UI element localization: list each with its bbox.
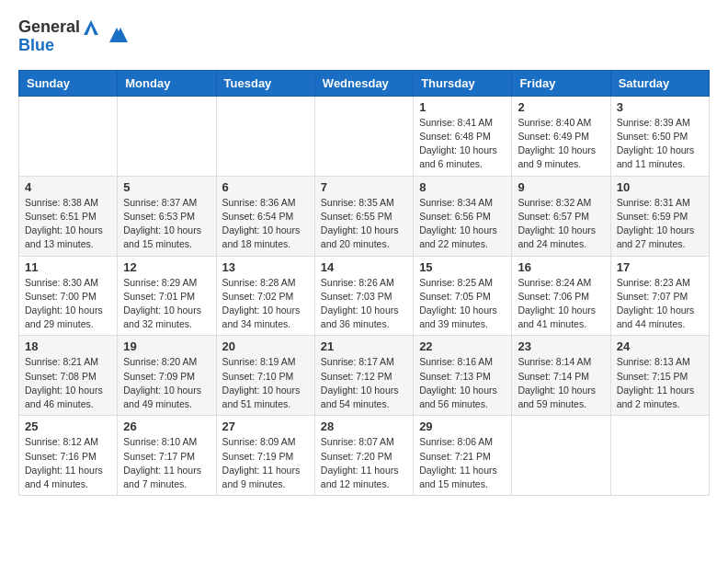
day-info: Sunrise: 8:19 AM Sunset: 7:10 PM Dayligh… — [222, 355, 309, 411]
day-number: 9 — [518, 180, 604, 194]
svg-marker-0 — [84, 20, 98, 35]
day-info: Sunrise: 8:30 AM Sunset: 7:00 PM Dayligh… — [25, 276, 111, 332]
day-number: 6 — [222, 180, 309, 194]
day-number: 5 — [123, 180, 210, 194]
day-cell: 14Sunrise: 8:26 AM Sunset: 7:03 PM Dayli… — [314, 256, 413, 336]
day-number: 26 — [123, 419, 210, 433]
weekday-header-friday: Friday — [512, 70, 610, 96]
day-info: Sunrise: 8:14 AM Sunset: 7:14 PM Dayligh… — [518, 355, 604, 411]
day-cell: 25Sunrise: 8:12 AM Sunset: 7:16 PM Dayli… — [19, 416, 118, 496]
logo-icon — [106, 24, 128, 46]
day-cell: 1Sunrise: 8:41 AM Sunset: 6:48 PM Daylig… — [414, 96, 512, 176]
day-info: Sunrise: 8:41 AM Sunset: 6:48 PM Dayligh… — [419, 116, 506, 172]
day-info: Sunrise: 8:20 AM Sunset: 7:09 PM Dayligh… — [123, 355, 210, 411]
weekday-header-tuesday: Tuesday — [216, 70, 314, 96]
day-info: Sunrise: 8:35 AM Sunset: 6:55 PM Dayligh… — [321, 196, 407, 252]
weekday-header-saturday: Saturday — [610, 70, 709, 96]
day-cell: 28Sunrise: 8:07 AM Sunset: 7:20 PM Dayli… — [314, 416, 413, 496]
day-cell — [216, 96, 314, 176]
day-info: Sunrise: 8:26 AM Sunset: 7:03 PM Dayligh… — [321, 276, 407, 332]
day-info: Sunrise: 8:36 AM Sunset: 6:54 PM Dayligh… — [222, 196, 309, 252]
week-row-2: 4Sunrise: 8:38 AM Sunset: 6:51 PM Daylig… — [19, 176, 710, 256]
day-cell: 27Sunrise: 8:09 AM Sunset: 7:19 PM Dayli… — [216, 416, 314, 496]
weekday-header-row: SundayMondayTuesdayWednesdayThursdayFrid… — [19, 70, 710, 96]
logo-text: GeneralBlue — [18, 18, 102, 55]
day-info: Sunrise: 8:13 AM Sunset: 7:15 PM Dayligh… — [617, 355, 703, 411]
day-number: 10 — [617, 180, 703, 194]
day-number: 4 — [25, 180, 111, 194]
day-cell — [118, 96, 216, 176]
day-info: Sunrise: 8:39 AM Sunset: 6:50 PM Dayligh… — [617, 116, 703, 172]
weekday-header-monday: Monday — [118, 70, 216, 96]
day-number: 14 — [321, 260, 407, 274]
week-row-1: 1Sunrise: 8:41 AM Sunset: 6:48 PM Daylig… — [19, 96, 710, 176]
day-cell: 19Sunrise: 8:20 AM Sunset: 7:09 PM Dayli… — [118, 336, 216, 416]
day-cell: 26Sunrise: 8:10 AM Sunset: 7:17 PM Dayli… — [118, 416, 216, 496]
day-number: 20 — [222, 339, 309, 353]
day-cell: 16Sunrise: 8:24 AM Sunset: 7:06 PM Dayli… — [512, 256, 610, 336]
day-number: 3 — [617, 100, 703, 114]
day-number: 18 — [25, 339, 111, 353]
day-cell: 13Sunrise: 8:28 AM Sunset: 7:02 PM Dayli… — [216, 256, 314, 336]
day-number: 17 — [617, 260, 703, 274]
day-number: 29 — [419, 419, 506, 433]
day-number: 13 — [222, 260, 309, 274]
day-number: 2 — [518, 100, 604, 114]
day-number: 8 — [419, 180, 506, 194]
day-cell: 29Sunrise: 8:06 AM Sunset: 7:21 PM Dayli… — [414, 416, 512, 496]
weekday-header-thursday: Thursday — [414, 70, 512, 96]
day-info: Sunrise: 8:37 AM Sunset: 6:53 PM Dayligh… — [123, 196, 210, 252]
day-cell: 22Sunrise: 8:16 AM Sunset: 7:13 PM Dayli… — [414, 336, 512, 416]
day-cell — [314, 96, 413, 176]
day-info: Sunrise: 8:23 AM Sunset: 7:07 PM Dayligh… — [617, 276, 703, 332]
weekday-header-sunday: Sunday — [19, 70, 118, 96]
day-number: 24 — [617, 339, 703, 353]
day-cell: 21Sunrise: 8:17 AM Sunset: 7:12 PM Dayli… — [314, 336, 413, 416]
day-info: Sunrise: 8:32 AM Sunset: 6:57 PM Dayligh… — [518, 196, 604, 252]
day-cell: 17Sunrise: 8:23 AM Sunset: 7:07 PM Dayli… — [610, 256, 709, 336]
day-cell — [610, 416, 709, 496]
day-number: 16 — [518, 260, 604, 274]
day-cell: 4Sunrise: 8:38 AM Sunset: 6:51 PM Daylig… — [19, 176, 118, 256]
weekday-header-wednesday: Wednesday — [314, 70, 413, 96]
day-number: 12 — [123, 260, 210, 274]
day-number: 19 — [123, 339, 210, 353]
day-info: Sunrise: 8:34 AM Sunset: 6:56 PM Dayligh… — [419, 196, 506, 252]
day-cell: 9Sunrise: 8:32 AM Sunset: 6:57 PM Daylig… — [512, 176, 610, 256]
day-info: Sunrise: 8:17 AM Sunset: 7:12 PM Dayligh… — [321, 355, 407, 411]
day-cell — [512, 416, 610, 496]
day-cell: 6Sunrise: 8:36 AM Sunset: 6:54 PM Daylig… — [216, 176, 314, 256]
day-number: 23 — [518, 339, 604, 353]
day-number: 21 — [321, 339, 407, 353]
day-info: Sunrise: 8:28 AM Sunset: 7:02 PM Dayligh… — [222, 276, 309, 332]
day-info: Sunrise: 8:07 AM Sunset: 7:20 PM Dayligh… — [321, 435, 407, 491]
day-cell: 12Sunrise: 8:29 AM Sunset: 7:01 PM Dayli… — [118, 256, 216, 336]
day-info: Sunrise: 8:21 AM Sunset: 7:08 PM Dayligh… — [25, 355, 111, 411]
logo: GeneralBlue — [18, 18, 128, 55]
day-cell: 24Sunrise: 8:13 AM Sunset: 7:15 PM Dayli… — [610, 336, 709, 416]
day-number: 27 — [222, 419, 309, 433]
day-info: Sunrise: 8:24 AM Sunset: 7:06 PM Dayligh… — [518, 276, 604, 332]
day-number: 22 — [419, 339, 506, 353]
day-info: Sunrise: 8:12 AM Sunset: 7:16 PM Dayligh… — [25, 435, 111, 491]
day-info: Sunrise: 8:38 AM Sunset: 6:51 PM Dayligh… — [25, 196, 111, 252]
day-cell: 11Sunrise: 8:30 AM Sunset: 7:00 PM Dayli… — [19, 256, 118, 336]
day-info: Sunrise: 8:25 AM Sunset: 7:05 PM Dayligh… — [419, 276, 506, 332]
day-info: Sunrise: 8:40 AM Sunset: 6:49 PM Dayligh… — [518, 116, 604, 172]
day-cell: 15Sunrise: 8:25 AM Sunset: 7:05 PM Dayli… — [414, 256, 512, 336]
day-info: Sunrise: 8:16 AM Sunset: 7:13 PM Dayligh… — [419, 355, 506, 411]
day-cell: 2Sunrise: 8:40 AM Sunset: 6:49 PM Daylig… — [512, 96, 610, 176]
day-info: Sunrise: 8:06 AM Sunset: 7:21 PM Dayligh… — [419, 435, 506, 491]
day-info: Sunrise: 8:10 AM Sunset: 7:17 PM Dayligh… — [123, 435, 210, 491]
day-cell: 18Sunrise: 8:21 AM Sunset: 7:08 PM Dayli… — [19, 336, 118, 416]
week-row-4: 18Sunrise: 8:21 AM Sunset: 7:08 PM Dayli… — [19, 336, 710, 416]
day-cell: 10Sunrise: 8:31 AM Sunset: 6:59 PM Dayli… — [610, 176, 709, 256]
day-number: 11 — [25, 260, 111, 274]
day-cell: 3Sunrise: 8:39 AM Sunset: 6:50 PM Daylig… — [610, 96, 709, 176]
week-row-3: 11Sunrise: 8:30 AM Sunset: 7:00 PM Dayli… — [19, 256, 710, 336]
calendar-table: SundayMondayTuesdayWednesdayThursdayFrid… — [18, 70, 710, 496]
day-info: Sunrise: 8:31 AM Sunset: 6:59 PM Dayligh… — [617, 196, 703, 252]
week-row-5: 25Sunrise: 8:12 AM Sunset: 7:16 PM Dayli… — [19, 416, 710, 496]
day-number: 28 — [321, 419, 407, 433]
day-cell — [19, 96, 118, 176]
